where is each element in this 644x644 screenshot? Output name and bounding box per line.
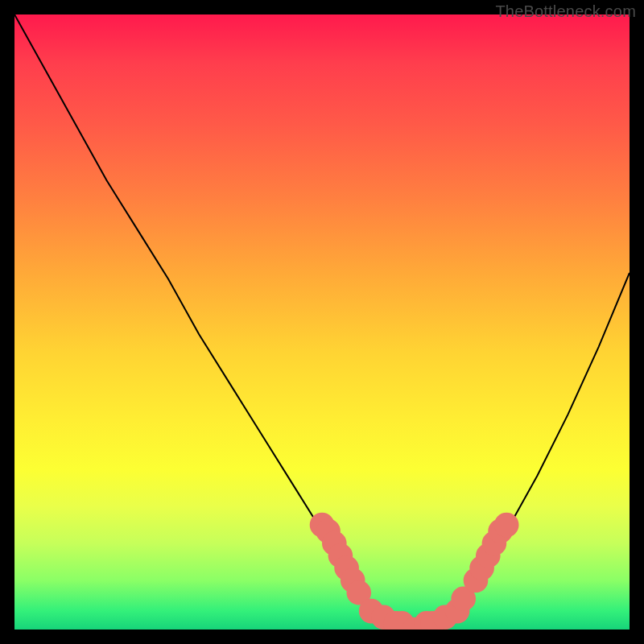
fit-marker — [328, 543, 353, 568]
fit-marker — [476, 543, 501, 568]
fit-marker — [488, 519, 513, 544]
fit-marker — [316, 519, 341, 544]
fit-marker — [347, 580, 372, 605]
fit-marker — [482, 531, 507, 556]
fit-marker — [334, 555, 359, 580]
chart-frame: TheBottleneck.com — [0, 0, 644, 644]
fit-marker — [445, 599, 470, 624]
fit-marker — [341, 568, 365, 593]
fit-marker — [371, 605, 396, 630]
fit-marker — [322, 531, 347, 556]
fit-marker — [469, 555, 494, 580]
fit-marker — [451, 587, 476, 612]
plot-area — [14, 14, 630, 630]
fit-marker — [420, 611, 445, 630]
fit-marker — [433, 605, 458, 630]
fit-marker — [494, 513, 519, 538]
bottleneck-curve — [14, 14, 630, 630]
fit-marker — [402, 617, 427, 630]
fit-marker — [464, 568, 489, 593]
fit-marker — [390, 611, 415, 630]
fit-marker — [383, 611, 408, 630]
fit-marker — [310, 513, 335, 538]
watermark-text: TheBottleneck.com — [495, 2, 636, 21]
bottleneck-curve-svg — [14, 14, 630, 630]
fit-marker — [415, 611, 440, 630]
fit-marker — [359, 599, 384, 624]
